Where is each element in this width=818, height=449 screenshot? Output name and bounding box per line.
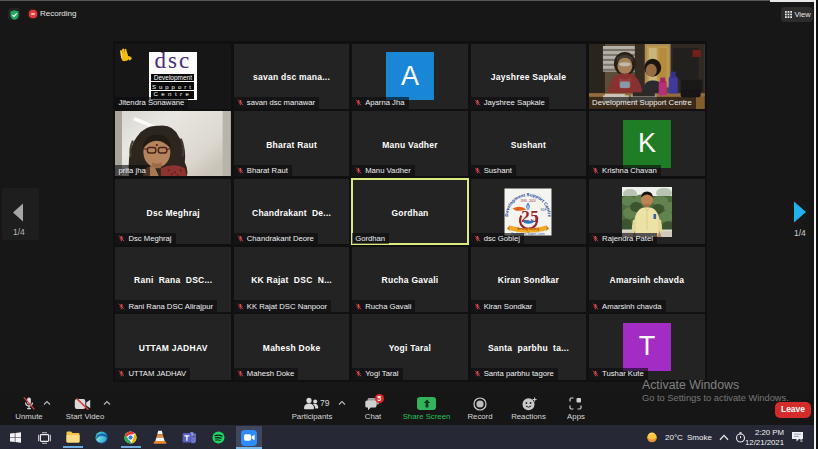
svg-text:SDF: SDF: [541, 207, 547, 211]
svg-text:1995 - 2020: 1995 - 2020: [521, 199, 536, 203]
svg-text:6: 6: [800, 438, 803, 443]
svg-text:Serving Society: Serving Society: [517, 227, 540, 231]
